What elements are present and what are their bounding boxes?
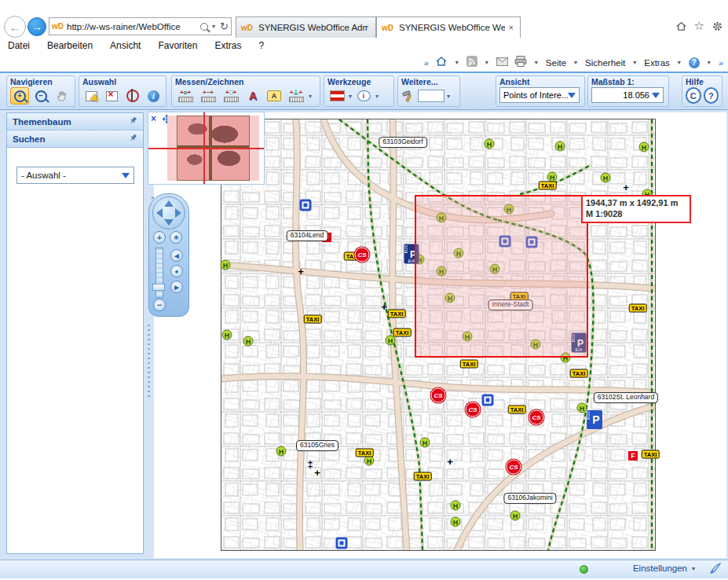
chevron-icon[interactable]: » <box>424 58 429 68</box>
flag-dropdown-icon[interactable]: ▾ <box>349 93 352 100</box>
print-dropdown-icon[interactable]: ▾ <box>535 59 538 66</box>
zoom-slider-handle[interactable] <box>152 284 165 291</box>
home-dropdown-icon[interactable]: ▾ <box>455 59 459 66</box>
map-marker-carshare[interactable]: CS <box>431 388 446 403</box>
map-marker-taxi[interactable]: TAXI <box>460 360 478 369</box>
next-extent-button[interactable]: ▸ <box>170 281 183 293</box>
security-menu[interactable]: Sicherheit <box>585 58 625 68</box>
address-dropdown-icon[interactable]: ▾ <box>212 23 215 30</box>
map-marker-station[interactable] <box>336 538 348 549</box>
map-marker-stop[interactable]: H <box>577 403 587 413</box>
help-dropdown-icon[interactable]: ▾ <box>708 59 711 66</box>
map-marker-carshare[interactable]: CS <box>507 460 521 475</box>
redlining-label-button[interactable]: A <box>243 87 262 105</box>
map-marker-pharmacy[interactable]: F <box>628 451 638 461</box>
map-marker-parkbus[interactable]: BUSP <box>587 410 602 429</box>
map-marker-station[interactable] <box>482 395 494 406</box>
security-dropdown-icon[interactable]: ▾ <box>633 59 636 66</box>
map-marker-taxi[interactable]: TAXI <box>356 449 374 457</box>
map-marker-stop[interactable]: H <box>420 438 430 448</box>
view-select[interactable]: Points of Intere... <box>499 87 580 103</box>
annotation-button[interactable]: A <box>265 87 284 105</box>
map-marker-church[interactable]: + <box>623 182 629 193</box>
menu-item[interactable]: Ansicht <box>110 40 141 51</box>
custom-tool-input[interactable] <box>418 90 444 102</box>
menu-item[interactable]: ? <box>258 40 264 51</box>
zoom-selection-rectangle[interactable] <box>415 195 588 358</box>
identify-button[interactable]: i <box>145 87 163 105</box>
redlining-pen-icon[interactable] <box>708 562 722 578</box>
map-marker-church[interactable]: + <box>447 456 453 468</box>
map-marker-stop[interactable]: H <box>276 446 287 457</box>
map-marker-stop[interactable]: H <box>510 511 521 521</box>
map-marker-church[interactable]: + <box>381 301 387 313</box>
map-navigation-widget[interactable]: × + ✳ ◂ ● ▸ − <box>148 193 189 317</box>
info-balloon-button[interactable]: i <box>354 87 373 105</box>
browser-tab-weboffice[interactable]: wD SYNERGIS WebOffice WebO... × <box>376 17 521 38</box>
browser-tab-admin[interactable]: wD SYNERGIS WebOffice Administ... <box>236 17 376 38</box>
menu-item[interactable]: Datei <box>8 40 30 51</box>
measure-area-button[interactable]: +□+ <box>221 87 241 105</box>
feed-dropdown-icon[interactable]: ▾ <box>485 59 488 66</box>
map-marker-taxi[interactable]: TAXI <box>642 450 660 459</box>
menu-item[interactable]: Favoriten <box>158 40 197 51</box>
pan-east-icon[interactable] <box>175 208 181 218</box>
pan-south-icon[interactable] <box>164 219 174 226</box>
home-icon[interactable] <box>675 20 687 32</box>
address-bar[interactable]: wD http://w-ws-rainer/WebOffice ▾ ↻ <box>49 17 232 35</box>
pan-north-icon[interactable] <box>164 200 174 207</box>
home-page-icon[interactable] <box>435 56 448 69</box>
search-select[interactable]: - Auswahl - <box>16 167 134 184</box>
measure-coordinate-button[interactable]: +⊥+ <box>286 87 306 105</box>
map-marker-taxi[interactable]: TAXI <box>570 369 588 378</box>
map-marker-station[interactable] <box>300 200 312 211</box>
favorites-star-icon[interactable]: ☆ <box>694 19 704 33</box>
extras-dropdown-icon[interactable]: ▾ <box>678 59 681 66</box>
refresh-icon[interactable]: ↻ <box>220 20 229 32</box>
splitter-grip[interactable] <box>148 325 150 399</box>
map-marker-stop[interactable]: H <box>243 336 254 347</box>
measure-point-button[interactable]: +o+ <box>175 87 196 105</box>
center-button[interactable]: ● <box>170 265 183 277</box>
map-marker-stop[interactable]: H <box>451 501 461 511</box>
pan-compass[interactable] <box>152 196 185 229</box>
forward-button[interactable]: → <box>27 17 46 36</box>
map-marker-taxi[interactable]: TAXI <box>629 304 647 313</box>
zoom-in-button[interactable]: + <box>10 87 29 105</box>
sidebar-panel-suchen[interactable]: Suchen <box>7 130 143 148</box>
context-help-button[interactable]: C <box>686 87 701 104</box>
rss-feed-icon[interactable] <box>466 56 477 69</box>
menu-item[interactable]: Bearbeiten <box>47 40 93 51</box>
sidebar-panel-themenbaum[interactable]: Themenbaum <box>7 113 143 130</box>
map-marker-stop[interactable]: H <box>485 139 495 149</box>
settings-gear-icon[interactable] <box>712 20 723 32</box>
help-button[interactable]: ? <box>704 87 719 104</box>
select-rectangle-button[interactable] <box>82 87 101 105</box>
full-extent-button[interactable]: ✳ <box>170 231 182 244</box>
map-marker-carshare[interactable]: CS <box>529 410 544 425</box>
overview-map-panel[interactable]: × <box>148 112 265 185</box>
map-marker-church[interactable]: + <box>314 467 320 479</box>
mail-icon[interactable] <box>496 57 508 68</box>
help-icon[interactable]: ? <box>689 57 700 68</box>
map-marker-stop[interactable]: H <box>555 141 565 152</box>
zoom-out-nav-button[interactable]: − <box>153 299 166 311</box>
custom-tool-button[interactable] <box>401 87 415 105</box>
map-marker-taxi[interactable]: TAXI <box>539 182 557 190</box>
pan-west-icon[interactable] <box>156 208 163 218</box>
map-marker-taxi[interactable]: TAXI <box>388 310 406 318</box>
map-marker-taxi[interactable]: TAXI <box>393 329 412 337</box>
select-buffer-button[interactable] <box>124 87 142 105</box>
clear-selection-button[interactable]: × <box>103 87 121 105</box>
zoom-in-nav-button[interactable]: + <box>153 231 166 244</box>
nav-close-icon[interactable]: × <box>151 194 155 201</box>
map-marker-church[interactable]: + <box>298 266 304 277</box>
page-dropdown-icon[interactable]: ▾ <box>574 59 577 66</box>
search-icon[interactable] <box>200 23 208 31</box>
settings-menu[interactable]: Einstellungen ▾ <box>633 563 697 573</box>
extras-menu[interactable]: Extras <box>644 58 670 68</box>
map-marker-stop[interactable]: H <box>451 517 461 527</box>
map-marker-taxi[interactable]: TAXI <box>304 315 322 324</box>
zoom-out-button[interactable]: − <box>31 87 50 105</box>
pan-button[interactable] <box>53 87 71 105</box>
